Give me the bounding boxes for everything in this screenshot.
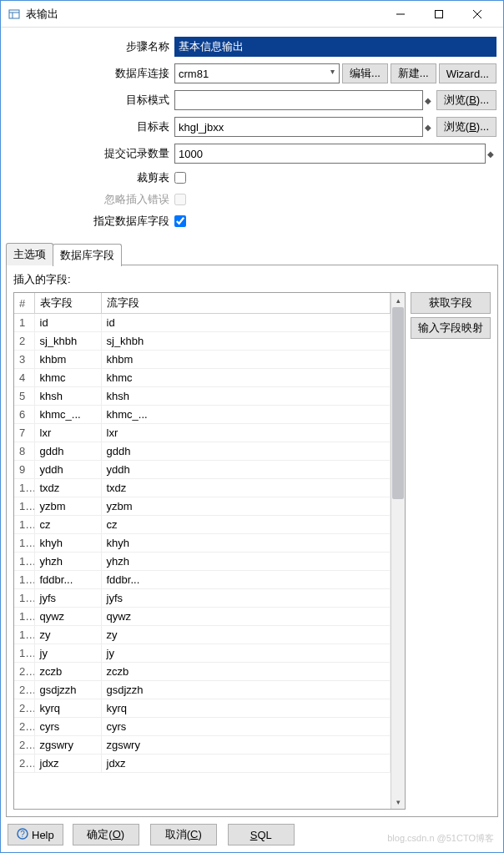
table-row[interactable]: 1.. txdz txdz xyxy=(14,479,391,497)
table-row[interactable]: 1 id id xyxy=(14,314,391,332)
cell-table-field[interactable]: khsh xyxy=(34,387,101,406)
cell-stream-field[interactable]: gddh xyxy=(101,442,391,461)
cell-stream-field[interactable]: khyh xyxy=(101,534,391,553)
db-connection-select[interactable] xyxy=(174,63,340,83)
table-row[interactable]: 1.. jy jy xyxy=(14,644,391,663)
table-row[interactable]: 2.. cyrs cyrs xyxy=(14,718,391,736)
cell-table-field[interactable]: gsdjzzh xyxy=(34,681,101,699)
table-row[interactable]: 1.. fddbr... fddbr... xyxy=(14,571,391,589)
table-row[interactable]: 2.. gsdjzzh gsdjzzh xyxy=(14,681,391,699)
scrollbar[interactable]: ▴ ▾ xyxy=(391,293,405,809)
cell-stream-field[interactable]: khbm xyxy=(101,351,391,369)
step-name-input[interactable] xyxy=(174,37,496,57)
cell-stream-field[interactable]: yhzh xyxy=(101,553,391,571)
maximize-button[interactable] xyxy=(420,2,458,27)
cell-table-field[interactable]: txdz xyxy=(34,479,101,497)
target-schema-input[interactable] xyxy=(174,90,423,110)
table-row[interactable]: 1.. yhzh yhzh xyxy=(14,553,391,571)
cell-table-field[interactable]: khyh xyxy=(34,534,101,553)
cell-table-field[interactable]: qywz xyxy=(34,608,101,626)
tab-db-fields[interactable]: 数据库字段 xyxy=(53,244,122,266)
new-connection-button[interactable]: 新建... xyxy=(391,63,436,83)
table-row[interactable]: 2.. zgswry zgswry xyxy=(14,736,391,755)
cell-stream-field[interactable]: zgswry xyxy=(101,736,391,755)
cell-table-field[interactable]: yddh xyxy=(34,461,101,479)
get-fields-button[interactable]: 获取字段 xyxy=(411,292,491,314)
scroll-thumb[interactable] xyxy=(392,307,404,499)
cell-stream-field[interactable]: khsh xyxy=(101,387,391,406)
table-row[interactable]: 2.. jdxz jdxz xyxy=(14,755,391,773)
help-button[interactable]: ? Help xyxy=(8,824,63,845)
input-mapping-button[interactable]: 输入字段映射 xyxy=(411,317,491,339)
table-row[interactable]: 2.. zczb zczb xyxy=(14,663,391,681)
table-row[interactable]: 1.. cz cz xyxy=(14,516,391,534)
tab-main[interactable]: 主选项 xyxy=(6,243,53,265)
table-row[interactable]: 6 khmc_... khmc_... xyxy=(14,406,391,424)
cell-stream-field[interactable]: id xyxy=(101,314,391,332)
cell-stream-field[interactable]: jy xyxy=(101,644,391,663)
variable-icon[interactable]: ◆ xyxy=(422,118,434,136)
truncate-checkbox[interactable] xyxy=(174,172,186,184)
cell-table-field[interactable]: jyfs xyxy=(34,589,101,608)
commit-size-input[interactable] xyxy=(174,144,486,164)
sql-button[interactable]: SQL xyxy=(228,824,295,845)
cell-table-field[interactable]: gddh xyxy=(34,442,101,461)
cell-table-field[interactable]: cz xyxy=(34,516,101,534)
table-row[interactable]: 9 yddh yddh xyxy=(14,461,391,479)
table-row[interactable]: 2 sj_khbh sj_khbh xyxy=(14,332,391,351)
scroll-up-icon[interactable]: ▴ xyxy=(391,293,406,307)
cell-table-field[interactable]: fddbr... xyxy=(34,571,101,589)
scroll-down-icon[interactable]: ▾ xyxy=(391,795,406,809)
cell-table-field[interactable]: jdxz xyxy=(34,755,101,773)
specify-fields-checkbox[interactable] xyxy=(174,215,186,227)
cancel-button[interactable]: 取消(C) xyxy=(150,824,217,845)
cell-table-field[interactable]: lxr xyxy=(34,424,101,442)
close-button[interactable] xyxy=(458,2,496,27)
table-row[interactable]: 5 khsh khsh xyxy=(14,387,391,406)
cell-stream-field[interactable]: sj_khbh xyxy=(101,332,391,351)
table-row[interactable]: 1.. jyfs jyfs xyxy=(14,589,391,608)
cell-stream-field[interactable]: fddbr... xyxy=(101,571,391,589)
minimize-button[interactable] xyxy=(381,2,420,27)
cell-table-field[interactable]: jy xyxy=(34,644,101,663)
fields-table[interactable]: # 表字段 流字段 1 id id2 sj_khbh sj_khbh3 khbm… xyxy=(13,292,406,810)
table-row[interactable]: 7 lxr lxr xyxy=(14,424,391,442)
cell-table-field[interactable]: khmc xyxy=(34,369,101,387)
table-row[interactable]: 3 khbm khbm xyxy=(14,351,391,369)
table-row[interactable]: 2.. kyrq kyrq xyxy=(14,699,391,718)
target-table-input[interactable] xyxy=(174,117,423,137)
table-row[interactable]: 1.. khyh khyh xyxy=(14,534,391,553)
cell-stream-field[interactable]: zczb xyxy=(101,663,391,681)
cell-stream-field[interactable]: khmc xyxy=(101,369,391,387)
cell-table-field[interactable]: zczb xyxy=(34,663,101,681)
browse-table-button[interactable]: 浏览(B)... xyxy=(436,117,496,137)
cell-table-field[interactable]: zy xyxy=(34,626,101,644)
cell-table-field[interactable]: cyrs xyxy=(34,718,101,736)
cell-table-field[interactable]: yhzh xyxy=(34,553,101,571)
table-row[interactable]: 8 gddh gddh xyxy=(14,442,391,461)
cell-table-field[interactable]: id xyxy=(34,314,101,332)
cell-table-field[interactable]: khbm xyxy=(34,351,101,369)
cell-stream-field[interactable]: jdxz xyxy=(101,755,391,773)
variable-icon[interactable]: ◆ xyxy=(422,91,434,109)
cell-table-field[interactable]: zgswry xyxy=(34,736,101,755)
cell-stream-field[interactable]: txdz xyxy=(101,479,391,497)
cell-stream-field[interactable]: gsdjzzh xyxy=(101,681,391,699)
table-row[interactable]: 4 khmc khmc xyxy=(14,369,391,387)
edit-connection-button[interactable]: 编辑... xyxy=(342,63,388,83)
cell-stream-field[interactable]: qywz xyxy=(101,608,391,626)
browse-schema-button[interactable]: 浏览(B)... xyxy=(436,90,496,110)
table-row[interactable]: 1.. qywz qywz xyxy=(14,608,391,626)
cell-table-field[interactable]: yzbm xyxy=(34,497,101,516)
cell-table-field[interactable]: kyrq xyxy=(34,699,101,718)
ok-button[interactable]: 确定(O) xyxy=(73,824,139,845)
table-row[interactable]: 1.. yzbm yzbm xyxy=(14,497,391,516)
cell-stream-field[interactable]: lxr xyxy=(101,424,391,442)
cell-stream-field[interactable]: khmc_... xyxy=(101,406,391,424)
cell-stream-field[interactable]: yzbm xyxy=(101,497,391,516)
cell-stream-field[interactable]: cyrs xyxy=(101,718,391,736)
table-row[interactable]: 1.. zy zy xyxy=(14,626,391,644)
cell-stream-field[interactable]: jyfs xyxy=(101,589,391,608)
wizard-button[interactable]: Wizard... xyxy=(439,63,496,83)
cell-stream-field[interactable]: cz xyxy=(101,516,391,534)
